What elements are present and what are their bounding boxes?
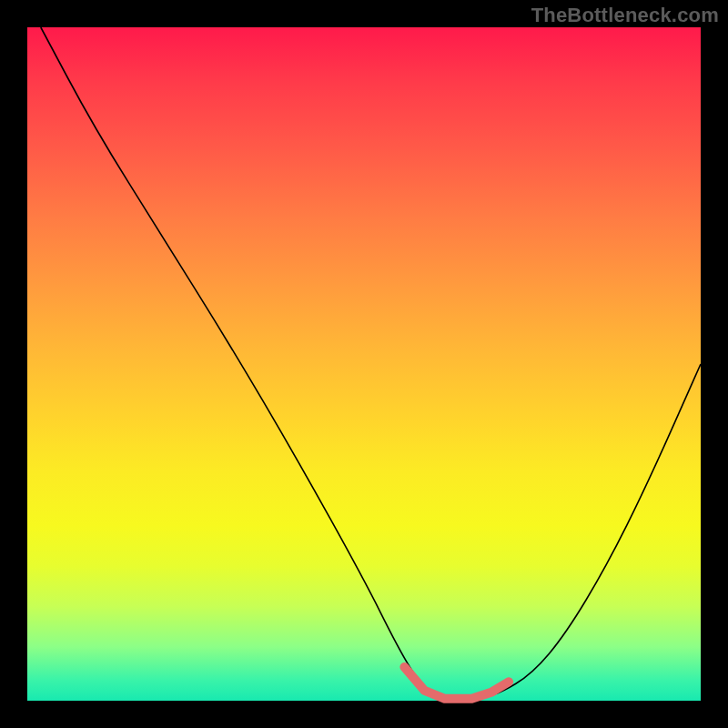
watermark-label: TheBottleneck.com bbox=[531, 4, 719, 27]
plot-area bbox=[27, 27, 701, 701]
chart-stage: TheBottleneck.com bbox=[0, 0, 728, 728]
curve-layer bbox=[27, 27, 701, 701]
bottleneck-curve bbox=[41, 27, 701, 701]
optimal-region-highlight bbox=[404, 667, 509, 699]
